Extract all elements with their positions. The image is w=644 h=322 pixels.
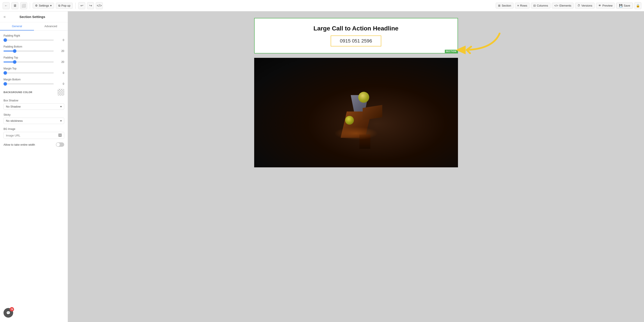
desktop-view-button[interactable]: 🖥 — [12, 2, 18, 9]
tab-general[interactable]: General — [0, 22, 34, 30]
popup-label: Pop up — [61, 4, 70, 7]
code-icon: </> — [97, 4, 102, 8]
margin-top-row: 0 — [4, 72, 64, 74]
desktop-icon: 🖥 — [13, 4, 17, 8]
bg-color-swatch[interactable] — [58, 89, 64, 96]
padding-top-value: 20 — [56, 60, 64, 64]
versions-label: Versions — [581, 4, 592, 7]
glow-spot — [334, 127, 378, 140]
redo-icon: ↪ — [89, 4, 92, 8]
sticky-value: No stickiness — [6, 119, 23, 122]
popup-button[interactable]: ⧉ Pop up — [56, 3, 73, 9]
undo-icon: ↩ — [80, 4, 83, 8]
margin-top-slider[interactable] — [4, 72, 54, 74]
sticky-select[interactable]: No stickiness ▾ — [4, 118, 64, 124]
tab-advanced[interactable]: Advanced — [34, 22, 68, 30]
section-button[interactable]: ⊞ Section — [496, 3, 514, 8]
lock-icon: 🔒 — [636, 4, 640, 8]
columns-button[interactable]: ⊟ Columns — [531, 3, 550, 8]
padding-right-value: 0 — [56, 38, 64, 42]
dark-scene — [254, 58, 458, 167]
columns-icon: ⊟ — [533, 4, 536, 7]
padding-right-label: Padding Right — [4, 34, 64, 37]
code-button[interactable]: </> — [96, 2, 103, 9]
settings-label: Settings — [39, 4, 49, 7]
toolbar: ← 🖥 ⬜ ⚙ Settings ▾ ⧉ Pop up ↩ ↪ </> ⊞ Se… — [0, 0, 644, 12]
margin-top-label: Margin Top — [4, 67, 64, 70]
bg-color-section: BACKGROUND COLOR — [4, 89, 64, 96]
padding-bottom-slider[interactable] — [4, 50, 54, 52]
section-1[interactable]: Large Call to Action Headline 0915 051 2… — [254, 18, 458, 54]
preview-button[interactable]: 👁 Preview — [596, 3, 615, 8]
toolbar-right: ⊞ Section ≡ Rows ⊟ Columns </> Elements … — [496, 2, 641, 9]
rows-button[interactable]: ≡ Rows — [515, 3, 530, 8]
3d-figure — [323, 74, 389, 151]
padding-bottom-label: Padding Bottom — [4, 45, 64, 48]
undo-button[interactable]: ↩ — [78, 2, 85, 9]
back-button[interactable]: ← — [3, 2, 10, 9]
preview-label: Preview — [602, 4, 612, 7]
allow-full-width-label: Allow to take entire width — [4, 143, 54, 146]
rows-label: Rows — [520, 4, 527, 7]
versions-button[interactable]: ⏱ Versions — [575, 3, 595, 8]
allow-full-width-toggle[interactable] — [56, 142, 64, 147]
settings-button[interactable]: ⚙ Settings ▾ — [33, 3, 54, 8]
padding-bottom-value: 20 — [56, 50, 64, 52]
sticky-label: Sticky — [4, 113, 64, 116]
margin-bottom-group: Margin Bottom 0 — [4, 78, 64, 86]
box-shadow-value: No Shadow — [6, 105, 20, 108]
bg-image-input[interactable] — [4, 132, 56, 139]
save-icon: 💾 — [619, 4, 622, 7]
chat-bubble[interactable]: 💬 78 — [4, 308, 13, 318]
settings-icon: ⚙ — [35, 4, 38, 7]
padding-top-slider[interactable] — [4, 62, 54, 62]
versions-icon: ⏱ — [578, 4, 580, 7]
preview-icon: 👁 — [598, 4, 601, 7]
bg-image-upload-icon[interactable]: 🖼 — [56, 132, 64, 139]
padding-bottom-row: 20 — [4, 50, 64, 52]
bg-color-label: BACKGROUND COLOR — [4, 91, 32, 94]
margin-bottom-slider[interactable] — [4, 84, 54, 84]
sticky-chevron-icon: ▾ — [60, 119, 62, 122]
section-2 — [254, 58, 458, 167]
phone-text: 0915 051 2596 — [340, 38, 372, 44]
redo-button[interactable]: ↪ — [87, 2, 94, 9]
columns-label: Columns — [537, 4, 548, 7]
section-headline: Large Call to Action Headline — [314, 25, 398, 32]
orb-1 — [358, 92, 369, 103]
main-layout: « Section Settings General Advanced Padd… — [0, 12, 644, 322]
elements-label: Elements — [560, 4, 571, 7]
margin-bottom-label: Margin Bottom — [4, 78, 64, 81]
padding-top-label: Padding Top — [4, 56, 64, 59]
popup-icon: ⧉ — [58, 4, 60, 8]
separator-1 — [30, 3, 30, 9]
back-icon: ← — [4, 4, 8, 8]
bg-image-group: BG Image 🖼 — [4, 128, 64, 139]
save-label: Save — [624, 4, 630, 7]
padding-top-group: Padding Top 20 — [4, 56, 64, 64]
section-grid-icon: ⊞ — [498, 4, 500, 7]
margin-top-group: Margin Top 0 — [4, 67, 64, 74]
lock-button[interactable]: 🔒 — [634, 2, 641, 9]
box-shadow-select[interactable]: No Shadow ▾ — [4, 104, 64, 110]
sidebar: « Section Settings General Advanced Padd… — [0, 12, 68, 322]
phone-box: 0915 051 2596 — [331, 36, 381, 46]
padding-top-row: 20 — [4, 60, 64, 64]
rows-icon: ≡ — [517, 4, 519, 7]
allow-full-width-group: Allow to take entire width — [4, 142, 64, 147]
chat-icon: 💬 — [6, 311, 10, 315]
elements-button[interactable]: </> Elements — [552, 3, 574, 8]
sidebar-close-button[interactable]: « — [4, 14, 6, 19]
padding-bottom-group: Padding Bottom 20 — [4, 45, 64, 52]
box-shadow-chevron-icon: ▾ — [60, 105, 62, 108]
tablet-icon: ⬜ — [22, 4, 26, 8]
sticky-group: Sticky No stickiness ▾ — [4, 113, 64, 124]
margin-bottom-value: 0 — [56, 82, 64, 86]
margin-bottom-row: 0 — [4, 82, 64, 86]
tablet-view-button[interactable]: ⬜ — [20, 2, 27, 9]
padding-right-slider[interactable] — [4, 40, 54, 40]
section-label: Section — [502, 4, 511, 7]
box-shadow-group: Box Shadow No Shadow ▾ — [4, 99, 64, 110]
orb-2 — [345, 116, 354, 125]
save-button[interactable]: 💾 Save — [616, 3, 633, 8]
